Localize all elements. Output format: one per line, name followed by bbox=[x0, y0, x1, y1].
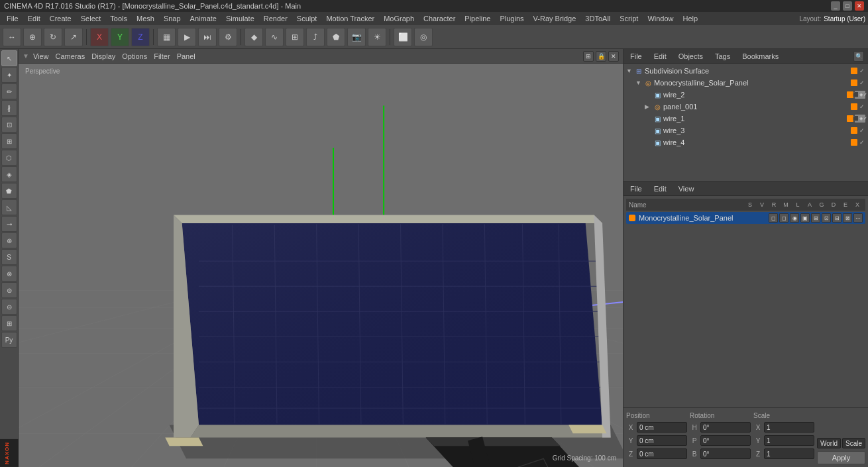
attr-icon-9[interactable]: ⋯ bbox=[853, 213, 863, 223]
z-axis-btn[interactable]: Z bbox=[131, 28, 150, 46]
magnet-tool[interactable]: ⊗ bbox=[1, 266, 17, 282]
tree-item-wire4[interactable]: ▣ wire_4 ✓ bbox=[625, 136, 867, 148]
menu-pipeline[interactable]: Pipeline bbox=[461, 13, 494, 24]
attr-icon-1[interactable]: ◻ bbox=[769, 213, 778, 223]
render-view-btn[interactable]: ▶ bbox=[178, 28, 196, 46]
viewport-menu-options[interactable]: Options bbox=[119, 51, 150, 62]
menu-mesh[interactable]: Mesh bbox=[133, 13, 158, 24]
menu-create[interactable]: Create bbox=[46, 13, 76, 24]
viewport-close-btn[interactable]: ✕ bbox=[608, 51, 619, 62]
viewport-lock-btn[interactable]: 🔒 bbox=[596, 51, 606, 62]
render-region-btn[interactable]: ▦ bbox=[157, 28, 176, 46]
y-axis-btn[interactable]: Y bbox=[111, 28, 129, 46]
floor-btn[interactable]: ⬜ bbox=[394, 28, 412, 46]
pos-z-field[interactable]: 0 cm bbox=[637, 448, 687, 459]
om-bookmarks-menu[interactable]: Bookmarks bbox=[739, 51, 781, 62]
om-tags-menu[interactable]: Tags bbox=[712, 51, 733, 62]
render-settings-btn[interactable]: ⚙ bbox=[219, 28, 237, 46]
menu-snap[interactable]: Snap bbox=[160, 13, 185, 24]
attr-icon-5[interactable]: ⊞ bbox=[811, 213, 820, 223]
close-button[interactable]: ✕ bbox=[855, 1, 864, 11]
menu-script[interactable]: Script bbox=[616, 13, 642, 24]
bg-btn[interactable]: ◎ bbox=[414, 28, 433, 46]
crumple-tool[interactable]: ⊞ bbox=[1, 315, 17, 331]
object-btn[interactable]: ◆ bbox=[244, 28, 263, 46]
deformer-btn[interactable]: ⤴ bbox=[306, 28, 325, 46]
menu-3dtoall[interactable]: 3DToAll bbox=[581, 13, 614, 24]
bevel-tool[interactable]: ◈ bbox=[1, 166, 17, 182]
om-search-icon[interactable]: 🔍 bbox=[853, 51, 864, 62]
attr-icon-4[interactable]: ▣ bbox=[800, 213, 810, 223]
apply-button[interactable]: Apply bbox=[817, 451, 865, 464]
effector-btn[interactable]: ⬟ bbox=[327, 28, 345, 46]
select-btn[interactable]: ⊕ bbox=[23, 28, 42, 46]
rot-p-field[interactable]: 0° bbox=[700, 435, 751, 446]
menu-simulate[interactable]: Simulate bbox=[222, 13, 258, 24]
menu-file[interactable]: File bbox=[3, 13, 23, 24]
rot-b-field[interactable]: 0° bbox=[700, 448, 751, 459]
smooth-tool[interactable]: S bbox=[1, 249, 17, 265]
viewport-menu-view[interactable]: View bbox=[30, 51, 52, 62]
menu-render[interactable]: Render bbox=[260, 13, 292, 24]
rot-h-field[interactable]: 0° bbox=[700, 422, 751, 433]
edge-tool[interactable]: ◺ bbox=[1, 199, 17, 215]
world-select[interactable]: World bbox=[817, 438, 841, 448]
polygon-tool[interactable]: ⬟ bbox=[1, 183, 17, 199]
pos-x-field[interactable]: 0 cm bbox=[637, 422, 687, 433]
viewport-menu-display[interactable]: Display bbox=[89, 51, 118, 62]
flatten-tool[interactable]: ⊝ bbox=[1, 299, 17, 315]
menu-plugins[interactable]: Plugins bbox=[496, 13, 527, 24]
rotate-btn[interactable]: ↻ bbox=[44, 28, 62, 46]
viewport-menu-filter[interactable]: Filter bbox=[151, 51, 172, 62]
x-axis-btn[interactable]: X bbox=[90, 28, 109, 46]
viewport-menu-panel[interactable]: Panel bbox=[174, 51, 198, 62]
tree-item-monocrystalline[interactable]: ▼ ◎ Monocrystalline_Solar_Panel ✓ bbox=[625, 77, 867, 89]
pointer-tool[interactable]: ↖ bbox=[1, 50, 17, 66]
menu-window[interactable]: Window bbox=[643, 13, 677, 24]
menu-sculpt[interactable]: Sculpt bbox=[293, 13, 321, 24]
scale-select[interactable]: Scale bbox=[842, 438, 865, 448]
attr-row-monocrystalline[interactable]: Monocrystalline_Solar_Panel ◻ ◻ ◉ ▣ ⊞ ⊡ … bbox=[626, 212, 865, 224]
attr-icon-2[interactable]: ◻ bbox=[779, 213, 788, 223]
scale-z-field[interactable]: 1 bbox=[764, 448, 814, 459]
nurbs-btn[interactable]: ⊞ bbox=[286, 28, 304, 46]
camera-btn[interactable]: 📷 bbox=[347, 28, 366, 46]
render-anim-btn[interactable]: ⏭ bbox=[198, 28, 217, 46]
loop-cut-tool[interactable]: ⊡ bbox=[1, 117, 17, 132]
scale-y-field[interactable]: 1 bbox=[764, 435, 814, 446]
tree-item-wire2[interactable]: ▣ wire_2 ⬛◈✓ bbox=[625, 89, 867, 101]
viewport-options-btn[interactable]: ⊞ bbox=[583, 51, 594, 62]
menu-vray[interactable]: V-Ray Bridge bbox=[529, 13, 580, 24]
pos-y-field[interactable]: 0 cm bbox=[637, 435, 687, 446]
tree-item-wire3[interactable]: ▣ wire_3 ✓ bbox=[625, 125, 867, 136]
paint-tool[interactable]: ✏ bbox=[1, 83, 17, 99]
light-btn[interactable]: ☀ bbox=[368, 28, 386, 46]
minimize-button[interactable]: _ bbox=[831, 1, 840, 11]
menu-select[interactable]: Select bbox=[77, 13, 105, 24]
scale-x-field[interactable]: 1 bbox=[764, 422, 814, 433]
tree-item-wire1[interactable]: ▣ wire_1 ⬛◈✓ bbox=[625, 113, 867, 125]
sculpt-tool[interactable]: ⊛ bbox=[1, 233, 17, 248]
tree-item-subdivision-surface[interactable]: ▼ ⊞ Subdivision Surface ✓ bbox=[625, 65, 867, 77]
grab-tool[interactable]: ⊜ bbox=[1, 282, 17, 298]
am-file-menu[interactable]: File bbox=[627, 183, 645, 194]
viewport-menu-cameras[interactable]: Cameras bbox=[53, 51, 88, 62]
menu-motion-tracker[interactable]: Motion Tracker bbox=[322, 13, 378, 24]
attr-icon-6[interactable]: ⊡ bbox=[822, 213, 831, 223]
attr-icon-8[interactable]: ⊠ bbox=[843, 213, 852, 223]
python-tool[interactable]: Py bbox=[1, 332, 17, 348]
spline-btn[interactable]: ∿ bbox=[265, 28, 284, 46]
scale-btn[interactable]: ↗ bbox=[64, 28, 83, 46]
am-view-menu[interactable]: View bbox=[676, 183, 697, 194]
tweak-tool[interactable]: ✦ bbox=[1, 67, 17, 83]
menu-edit[interactable]: Edit bbox=[24, 13, 44, 24]
tree-item-panel001[interactable]: ▶ ◎ panel_001 ✓ bbox=[625, 101, 867, 113]
bridge-tool[interactable]: ⊞ bbox=[1, 133, 17, 149]
menu-mograph[interactable]: MoGraph bbox=[380, 13, 418, 24]
menu-character[interactable]: Character bbox=[419, 13, 459, 24]
extrude-tool[interactable]: ⬡ bbox=[1, 150, 17, 166]
attr-icon-3[interactable]: ◉ bbox=[790, 213, 799, 223]
menu-help[interactable]: Help bbox=[679, 13, 702, 24]
om-file-menu[interactable]: File bbox=[627, 51, 645, 62]
maximize-button[interactable]: □ bbox=[843, 1, 852, 11]
